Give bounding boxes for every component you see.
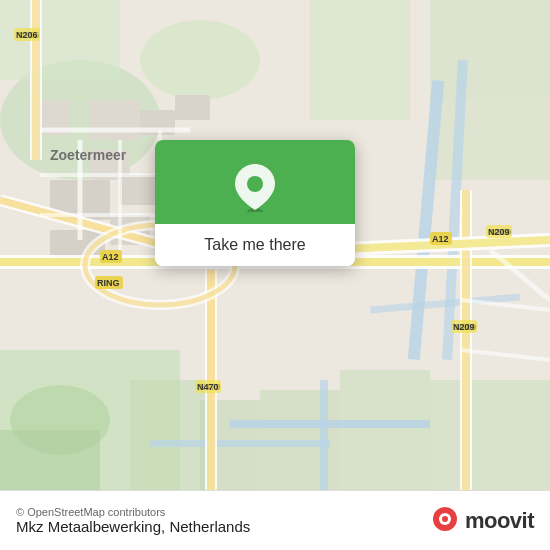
- svg-text:A12: A12: [432, 234, 449, 244]
- location-title: Mkz Metaalbewerking, Netherlands: [16, 518, 250, 535]
- svg-text:RING: RING: [97, 278, 120, 288]
- svg-rect-14: [430, 100, 550, 180]
- svg-rect-4: [310, 0, 410, 120]
- svg-rect-8: [130, 380, 210, 490]
- moovit-logo-text: moovit: [465, 508, 534, 534]
- svg-point-79: [442, 516, 448, 522]
- bottom-left: © OpenStreetMap contributors Mkz Metaalb…: [16, 506, 250, 535]
- svg-text:A12: A12: [102, 252, 119, 262]
- svg-rect-12: [430, 380, 550, 490]
- svg-rect-21: [90, 100, 140, 140]
- svg-rect-36: [462, 190, 470, 490]
- moovit-logo-icon: [429, 505, 461, 537]
- svg-rect-19: [150, 440, 330, 447]
- bottom-bar: © OpenStreetMap contributors Mkz Metaalb…: [0, 490, 550, 550]
- popup-header: [155, 140, 355, 224]
- map-container: N206 N206 N470 N470 N209 N209 N209 N209 …: [0, 0, 550, 490]
- svg-text:N470: N470: [197, 382, 219, 392]
- svg-rect-27: [175, 95, 210, 120]
- popup-card: Take me there: [155, 140, 355, 266]
- moovit-logo: moovit: [429, 505, 534, 537]
- location-pin-icon: [235, 168, 275, 208]
- svg-text:Zoetermeer: Zoetermeer: [50, 147, 127, 163]
- svg-rect-11: [340, 370, 430, 490]
- svg-text:N209: N209: [453, 322, 475, 332]
- svg-point-76: [247, 176, 263, 192]
- svg-rect-18: [320, 380, 328, 490]
- svg-point-3: [140, 20, 260, 100]
- take-me-there-button[interactable]: Take me there: [155, 224, 355, 266]
- svg-rect-38: [32, 0, 40, 160]
- copyright-text: © OpenStreetMap contributors: [16, 506, 250, 518]
- svg-text:N206: N206: [16, 30, 38, 40]
- svg-rect-13: [430, 0, 550, 100]
- svg-text:N209: N209: [488, 227, 510, 237]
- svg-rect-7: [0, 430, 100, 490]
- svg-rect-17: [230, 420, 430, 428]
